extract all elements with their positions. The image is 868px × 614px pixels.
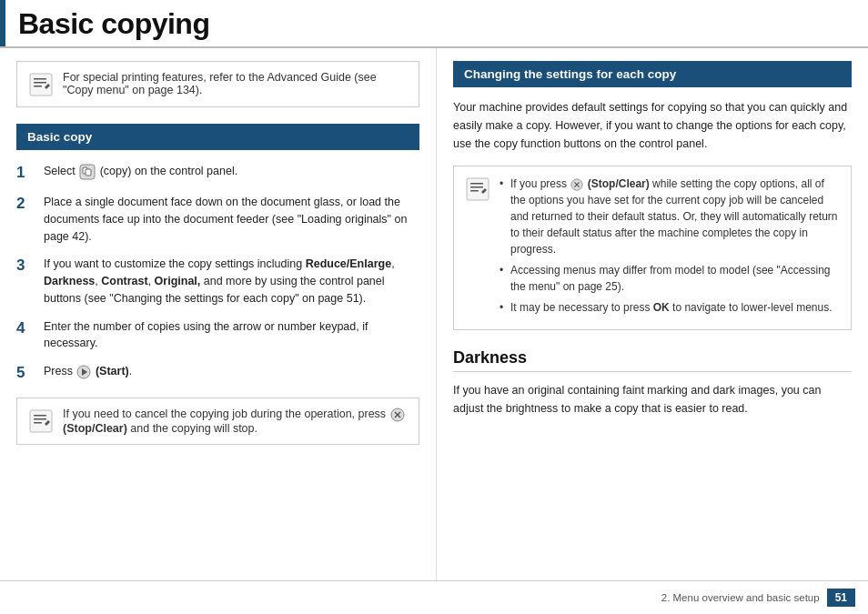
step-2-text: Place a single document face down on the…	[44, 194, 419, 245]
top-note-box: For special printing features, refer to …	[16, 61, 419, 107]
step-2-number: 2	[16, 194, 36, 214]
svg-rect-2	[34, 82, 46, 84]
darkness-title: Darkness	[453, 348, 852, 367]
note-bullet-2: Accessing menus may differ from model to…	[500, 262, 840, 295]
note-bullet-3: It may be necessary to press OK to navig…	[500, 299, 840, 316]
page-container: Basic copying For special printing featu…	[0, 0, 868, 614]
step-1-text: Select (copy) on the control panel.	[44, 163, 419, 180]
copy-icon	[79, 164, 96, 180]
svg-rect-17	[470, 183, 483, 185]
footer-text: 2. Menu overview and basic setup	[661, 592, 820, 603]
svg-rect-19	[470, 190, 479, 192]
left-column: For special printing features, refer to …	[0, 48, 437, 580]
step-3-text: If you want to customize the copy settin…	[44, 256, 419, 307]
step-5-text: Press (Start).	[44, 363, 419, 380]
stop-clear-icon-2	[570, 178, 583, 191]
step-3: 3 If you want to customize the copy sett…	[16, 256, 419, 307]
bottom-note-text: If you need to cancel the copying job du…	[63, 408, 408, 435]
right-column: Changing the settings for each copy Your…	[437, 48, 868, 580]
svg-rect-12	[34, 422, 42, 424]
steps-list: 1 Select (copy) on the control panel. 2	[16, 163, 419, 383]
svg-rect-1	[34, 78, 46, 80]
page-header: Basic copying	[0, 0, 868, 46]
svg-rect-3	[34, 86, 42, 87]
svg-rect-10	[34, 415, 46, 417]
darkness-text: If you have an original containing faint…	[453, 381, 852, 418]
main-content: For special printing features, refer to …	[0, 48, 868, 580]
stop-clear-icon	[390, 408, 405, 422]
svg-rect-11	[34, 418, 46, 420]
darkness-divider	[453, 371, 852, 372]
step-4: 4 Enter the number of copies using the a…	[16, 318, 419, 353]
step-4-text: Enter the number of copies using the arr…	[44, 318, 419, 353]
step-4-number: 4	[16, 318, 36, 338]
bottom-note-icon	[28, 408, 54, 434]
start-icon	[76, 365, 91, 379]
svg-rect-6	[86, 169, 91, 176]
right-note-icon	[465, 176, 490, 202]
page-title: Basic copying	[18, 7, 209, 40]
step-5-number: 5	[16, 363, 36, 383]
basic-copy-header: Basic copy	[16, 124, 419, 150]
note-icon	[28, 72, 54, 97]
note-bullet-1: If you press (Stop/Clear) while setting …	[500, 176, 840, 257]
right-section-header: Changing the settings for each copy	[453, 61, 852, 87]
step-5: 5 Press (Start).	[16, 363, 419, 383]
darkness-section: Darkness If you have an original contain…	[453, 348, 852, 418]
step-1-number: 1	[16, 163, 36, 183]
top-note-text: For special printing features, refer to …	[63, 71, 408, 96]
step-1: 1 Select (copy) on the control panel.	[16, 163, 419, 183]
step-3-number: 3	[16, 256, 36, 276]
svg-rect-18	[470, 186, 483, 188]
page-footer: 2. Menu overview and basic setup 51	[0, 580, 868, 614]
right-note-content: If you press (Stop/Clear) while setting …	[500, 176, 840, 320]
footer-page-number: 51	[827, 589, 855, 607]
right-intro: Your machine provides default settings f…	[453, 98, 852, 153]
bottom-note-box: If you need to cancel the copying job du…	[16, 398, 419, 445]
step-2: 2 Place a single document face down on t…	[16, 194, 419, 245]
right-note-box: If you press (Stop/Clear) while setting …	[453, 166, 852, 330]
